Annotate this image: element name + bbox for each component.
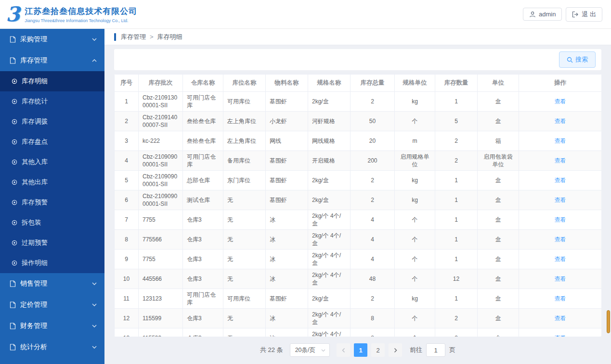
view-link[interactable]: 查看	[555, 315, 566, 322]
table-cell: 50	[351, 112, 395, 131]
chevron-up-icon	[92, 59, 97, 62]
sidebar-group-label: 财务管理	[20, 322, 88, 330]
view-link[interactable]: 查看	[555, 335, 566, 337]
search-button[interactable]: 搜索	[559, 51, 596, 68]
sidebar-group-label: 销售管理	[20, 279, 88, 288]
sidebar-group-1[interactable]: 采购管理	[0, 29, 104, 50]
sidebar-group-4[interactable]: 定价管理	[0, 294, 104, 315]
view-link[interactable]: 查看	[555, 177, 566, 184]
column-header-7: 库存总量	[351, 75, 395, 92]
table-cell: 盒	[478, 190, 519, 210]
table-row: 3kc-222叁拾叁仓库左上角库位网线网线规格20m2箱查看	[115, 131, 602, 151]
table-row: 10445566仓库3无冰2kg/个 4个/盒48个12盒查看	[115, 269, 602, 289]
column-header-1: 序号	[115, 75, 139, 92]
sidebar-subitem-label: 过期预警	[22, 238, 97, 247]
table-cell: 备用库位	[223, 151, 266, 171]
pagination-page-1[interactable]: 1	[354, 343, 367, 357]
table-cell: 445566	[139, 269, 183, 289]
sidebar-subitem-2[interactable]: 库存统计	[0, 91, 104, 112]
pagination-page-2[interactable]: 2	[371, 343, 385, 357]
logout-label: 退 出	[582, 10, 596, 19]
inventory-table-card: 序号库存批次仓库名称库位名称物料名称规格名称库存总量规格单位库存数量单位操作 1…	[114, 74, 601, 337]
table-row: 8775566仓库3无冰2kg/个 4个/盒4个1盒查看	[115, 230, 602, 250]
action-cell: 查看	[519, 92, 602, 112]
inventory-table: 序号库存批次仓库名称库位名称物料名称规格名称库存总量规格单位库存数量单位操作 1…	[114, 74, 601, 337]
sidebar-subitem-4[interactable]: 库存盘点	[0, 132, 104, 152]
view-link[interactable]: 查看	[555, 256, 566, 263]
view-link[interactable]: 查看	[555, 157, 566, 164]
user-icon	[529, 11, 536, 18]
table-cell: 2	[351, 92, 395, 112]
table-row: 11123123可用门店仓库可用库位基围虾2kg/盒2kg1盒查看	[115, 289, 602, 309]
sidebar-subitem-6[interactable]: 其他出库	[0, 172, 104, 192]
table-cell: 2	[435, 151, 478, 171]
table-cell: 小龙虾	[266, 112, 308, 131]
document-icon	[10, 57, 16, 64]
sidebar-group-2[interactable]: 库存管理	[0, 50, 104, 71]
logout-button[interactable]: 退 出	[566, 7, 602, 22]
view-link[interactable]: 查看	[555, 295, 566, 302]
action-cell: 查看	[519, 328, 602, 337]
table-cell: 6	[115, 190, 139, 210]
table-cell: Cbz-210909000001-SII	[139, 171, 183, 190]
pagination-prev-button[interactable]	[337, 343, 350, 357]
table-cell: 启用包装袋单位	[478, 151, 519, 171]
view-link[interactable]: 查看	[555, 216, 566, 223]
sidebar-subitem-label: 库存统计	[22, 97, 97, 106]
column-header-3: 仓库名称	[183, 75, 223, 92]
company-text: 江苏叁拾叁信息技术有限公司 Jiangsu Three&three Inform…	[25, 6, 137, 23]
table-cell: 2	[351, 289, 395, 309]
table-cell: 可用库位	[223, 92, 266, 112]
sidebar-subitem-9[interactable]: 过期预警	[0, 233, 104, 253]
sidebar-subitem-10[interactable]: 操作明细	[0, 253, 104, 273]
scrollbar-thumb[interactable]	[607, 310, 610, 333]
table-cell: 2kg/个 4个/盒	[308, 309, 351, 328]
table-cell: 左上角库位	[223, 131, 266, 151]
sidebar-subitem-label: 其他入库	[22, 158, 97, 166]
table-cell: 5	[435, 112, 478, 131]
table-row: 1Cbz-210913000001-SII可用门店仓库可用库位基围虾2kg/盒2…	[115, 92, 602, 112]
table-cell: 个	[395, 112, 435, 131]
sidebar-subitem-label: 库存预警	[22, 198, 97, 207]
view-link[interactable]: 查看	[555, 236, 566, 243]
table-cell: 无	[223, 269, 266, 289]
sidebar-group-3[interactable]: 销售管理	[0, 273, 104, 294]
chevron-down-icon	[321, 347, 325, 353]
table-cell: 叁拾叁仓库	[183, 131, 223, 151]
table-cell: 4	[115, 151, 139, 171]
table-cell: 9	[115, 250, 139, 269]
sidebar-subitem-7[interactable]: 库存预警	[0, 192, 104, 213]
sidebar-subitem-1[interactable]: 库存明细	[0, 71, 104, 91]
view-link[interactable]: 查看	[555, 98, 566, 105]
user-name: admin	[539, 11, 556, 18]
company-logo: 3	[6, 3, 20, 26]
pagination-next-button[interactable]	[389, 343, 402, 357]
document-icon	[10, 344, 16, 351]
table-row: 6Cbz-210909000001-SII测试仓库无基围虾2kg/盒2kg1盒查…	[115, 190, 602, 210]
table-row: 97755仓库3无冰2kg/个 4个/盒4个1盒查看	[115, 250, 602, 269]
chevron-down-icon	[92, 38, 97, 41]
sidebar-subitem-3[interactable]: 库存调拨	[0, 112, 104, 132]
user-area: admin 退 出	[523, 7, 602, 22]
view-link[interactable]: 查看	[555, 138, 566, 144]
view-link[interactable]: 查看	[555, 197, 566, 203]
page-size-select[interactable]: 20条/页	[290, 343, 330, 357]
table-cell: 3	[115, 131, 139, 151]
table-cell: 网线规格	[308, 131, 351, 151]
search-button-label: 搜索	[575, 55, 588, 64]
goto-page-input[interactable]	[426, 343, 445, 357]
table-row: 4Cbz-210909000001-SII可用门店仓库备用库位基围虾开启规格20…	[115, 151, 602, 171]
sidebar-group-5[interactable]: 财务管理	[0, 315, 104, 337]
sidebar-group-label: 采购管理	[20, 35, 88, 44]
view-link[interactable]: 查看	[555, 276, 566, 282]
sidebar-subitem-8[interactable]: 拆包装	[0, 213, 104, 233]
sidebar-subitem-5[interactable]: 其他入库	[0, 152, 104, 172]
table-cell: 2	[435, 328, 478, 337]
action-cell: 查看	[519, 151, 602, 171]
breadcrumb-parent[interactable]: 库存管理	[121, 33, 146, 41]
view-link[interactable]: 查看	[555, 118, 566, 125]
logout-icon	[572, 11, 579, 18]
user-menu-button[interactable]: admin	[523, 8, 562, 21]
table-cell: 开启规格	[308, 151, 351, 171]
sidebar-group-6[interactable]: 统计分析	[0, 337, 104, 358]
